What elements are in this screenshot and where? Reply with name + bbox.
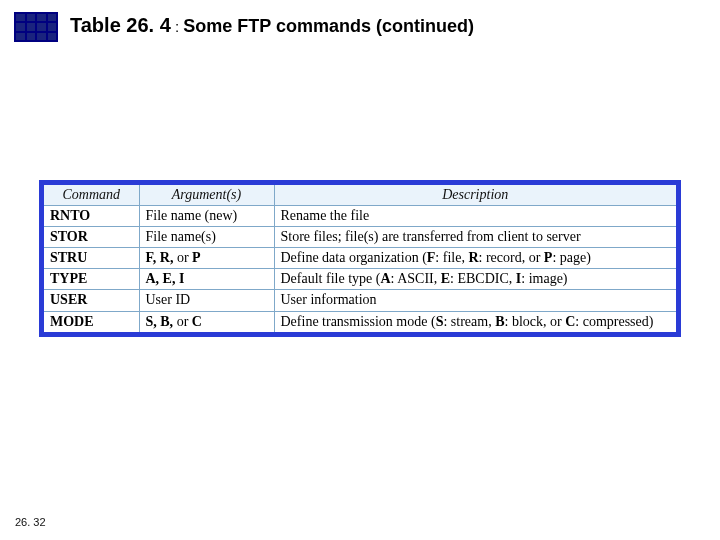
cell-argument: A, E, I <box>139 269 274 290</box>
col-command: Command <box>44 185 139 206</box>
arg-code: C <box>192 314 202 329</box>
desc-text: : record, or <box>479 250 544 265</box>
arg-text: or <box>177 250 192 265</box>
desc-text: : block, or <box>505 314 566 329</box>
bullet-grid-icon <box>14 12 58 42</box>
desc-text: : ASCII, <box>391 271 441 286</box>
desc-key: R <box>468 250 478 265</box>
desc-text: : stream, <box>443 314 495 329</box>
ftp-commands-table: Command Argument(s) Description RNTO Fil… <box>44 185 676 332</box>
cell-command: STRU <box>44 248 139 269</box>
desc-text: Define data organization ( <box>281 250 427 265</box>
slide: Table 26. 4 : Some FTP commands (continu… <box>0 0 720 540</box>
table-row: TYPE A, E, I Default file type (A: ASCII… <box>44 269 676 290</box>
table-row: MODE S, B, or C Define transmission mode… <box>44 311 676 332</box>
table-name: Some FTP commands (continued) <box>183 16 474 36</box>
page-title: Table 26. 4 : Some FTP commands (continu… <box>70 14 474 37</box>
cell-description: Store files; file(s) are transferred fro… <box>274 227 676 248</box>
table-row: USER User ID User information <box>44 290 676 311</box>
cell-argument: F, R, or P <box>139 248 274 269</box>
cell-command: STOR <box>44 227 139 248</box>
cell-argument: S, B, or C <box>139 311 274 332</box>
cell-description: Default file type (A: ASCII, E: EBCDIC, … <box>274 269 676 290</box>
table-row: STOR File name(s) Store files; file(s) a… <box>44 227 676 248</box>
desc-text: : compressed) <box>575 314 653 329</box>
col-description: Description <box>274 185 676 206</box>
cell-argument: User ID <box>139 290 274 311</box>
desc-key: C <box>565 314 575 329</box>
cell-description: User information <box>274 290 676 311</box>
desc-text: : file, <box>435 250 468 265</box>
cell-command: USER <box>44 290 139 311</box>
arg-code: A, E, I <box>146 271 185 286</box>
table-row: STRU F, R, or P Define data organization… <box>44 248 676 269</box>
cell-command: TYPE <box>44 269 139 290</box>
desc-key: B <box>495 314 504 329</box>
desc-text: : image) <box>521 271 567 286</box>
table-row: RNTO File name (new) Rename the file <box>44 206 676 227</box>
cell-description: Define transmission mode (S: stream, B: … <box>274 311 676 332</box>
desc-text: Define transmission mode ( <box>281 314 436 329</box>
arg-code: F, R, <box>146 250 177 265</box>
desc-text: : page) <box>552 250 590 265</box>
cell-description: Define data organization (F: file, R: re… <box>274 248 676 269</box>
cell-description: Rename the file <box>274 206 676 227</box>
title-colon: : <box>171 18 184 35</box>
table-header-row: Command Argument(s) Description <box>44 185 676 206</box>
table-figure: Command Argument(s) Description RNTO Fil… <box>39 180 681 337</box>
desc-key: A <box>380 271 390 286</box>
arg-code: S, B, <box>146 314 177 329</box>
desc-text: Default file type ( <box>281 271 381 286</box>
table-number: Table 26. 4 <box>70 14 171 36</box>
cell-argument: File name(s) <box>139 227 274 248</box>
arg-text: or <box>177 314 192 329</box>
desc-key: E <box>441 271 450 286</box>
desc-text: : EBCDIC, <box>450 271 516 286</box>
col-arguments: Argument(s) <box>139 185 274 206</box>
cell-argument: File name (new) <box>139 206 274 227</box>
cell-command: RNTO <box>44 206 139 227</box>
arg-code: P <box>192 250 201 265</box>
cell-command: MODE <box>44 311 139 332</box>
page-number: 26. 32 <box>15 516 46 528</box>
